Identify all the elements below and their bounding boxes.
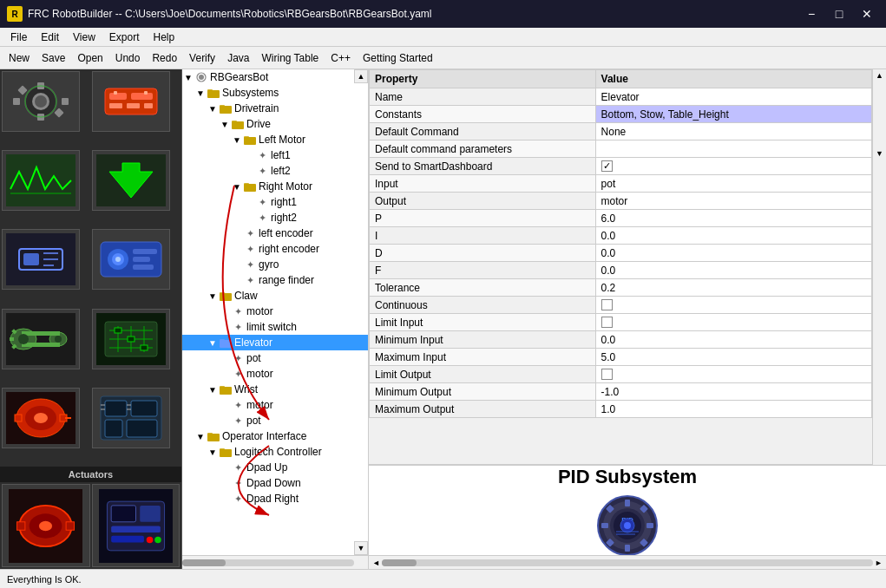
checkbox-empty-13[interactable] bbox=[601, 317, 613, 328]
tree-node-gyro[interactable]: ✦gyro bbox=[182, 257, 368, 272]
tree-toggle-right_motor[interactable]: ▼ bbox=[231, 182, 243, 192]
minimize-button[interactable]: − bbox=[799, 5, 824, 23]
tree-toggle-operator_interface[interactable]: ▼ bbox=[194, 432, 207, 441]
menu-item-view[interactable]: View bbox=[66, 29, 102, 45]
tree-node-dpad_up[interactable]: ✦Dpad Up bbox=[182, 460, 368, 475]
menu-item-file[interactable]: File bbox=[3, 29, 34, 45]
props-value-1[interactable]: Bottom, Stow, Table_Height bbox=[595, 106, 871, 123]
palette-item-gear[interactable] bbox=[2, 71, 80, 132]
tree-node-right2[interactable]: ✦right2 bbox=[182, 210, 368, 225]
checkbox-16[interactable] bbox=[601, 369, 613, 380]
menu-item-edit[interactable]: Edit bbox=[34, 29, 66, 45]
palette-item-sensor-blue[interactable] bbox=[92, 229, 170, 290]
preview-scrollbar-h[interactable]: ◄ ► bbox=[369, 555, 886, 569]
tree-node-left2[interactable]: ✦left2 bbox=[182, 163, 368, 179]
menu-item-export[interactable]: Export bbox=[102, 29, 147, 45]
tree-node-motor_wrist[interactable]: ✦motor bbox=[182, 397, 368, 413]
tree-node-claw[interactable]: ▼Claw bbox=[182, 288, 368, 304]
tree-node-left_encoder[interactable]: ✦left encoder bbox=[182, 225, 368, 241]
tree-node-left_motor[interactable]: ▼Left Motor bbox=[182, 132, 368, 147]
tree-node-logitech[interactable]: ▼Logitech Controller bbox=[182, 444, 368, 460]
tree-node-dpad_down[interactable]: ✦Dpad Down bbox=[182, 475, 368, 491]
palette-item-rect-shape[interactable] bbox=[2, 229, 80, 290]
props-property-3: Default command parameters bbox=[370, 140, 596, 158]
toolbar-btn-redo[interactable]: Redo bbox=[147, 50, 182, 66]
svg-rect-76 bbox=[17, 521, 25, 529]
tree-node-limit_switch[interactable]: ✦limit switch bbox=[182, 319, 368, 335]
tree-node-pot_wrist[interactable]: ✦pot bbox=[182, 413, 368, 428]
tree-node-drive[interactable]: ▼Drive bbox=[182, 116, 368, 132]
palette-item-arrow-down[interactable] bbox=[92, 150, 170, 211]
tree-node-right1[interactable]: ✦right1 bbox=[182, 194, 368, 210]
tree-node-wrist[interactable]: ▼Wrist bbox=[182, 382, 368, 397]
node-icon-folder bbox=[231, 117, 245, 131]
props-right-layout: Property Value NameElevatorConstantsBott… bbox=[369, 69, 886, 465]
tree-scrollbar-h[interactable] bbox=[182, 555, 368, 569]
close-button[interactable]: ✕ bbox=[855, 5, 879, 23]
palette-item-chain[interactable] bbox=[2, 309, 80, 369]
node-icon-folder bbox=[219, 382, 233, 396]
props-value-16[interactable] bbox=[595, 366, 871, 383]
toolbar-btn-getting-started[interactable]: Getting Started bbox=[358, 50, 438, 66]
tree-node-subsystems[interactable]: ▼Subsystems bbox=[182, 85, 368, 101]
tree-toggle-logitech[interactable]: ▼ bbox=[207, 448, 219, 457]
palette-item-encoder[interactable] bbox=[92, 71, 170, 132]
props-property-6: Output bbox=[370, 193, 596, 210]
svg-rect-65 bbox=[131, 401, 157, 416]
tree-node-motor_claw[interactable]: ✦motor bbox=[182, 304, 368, 319]
tree-scroll-up[interactable]: ▲ bbox=[354, 69, 368, 83]
tree-toggle-drivetrain[interactable]: ▼ bbox=[207, 104, 219, 114]
palette-item-circuit-board[interactable] bbox=[92, 388, 170, 448]
checkbox-12[interactable] bbox=[601, 299, 613, 310]
tree-node-elevator[interactable]: ▼Elevator bbox=[182, 335, 368, 350]
toolbar-btn-c++[interactable]: C++ bbox=[325, 50, 356, 66]
tree-scroll-down[interactable]: ▼ bbox=[354, 541, 368, 555]
node-icon-folder bbox=[207, 429, 220, 443]
maximize-button[interactable]: □ bbox=[827, 5, 851, 23]
tree-node-range_finder[interactable]: ✦range finder bbox=[182, 272, 368, 288]
tree-node-left1[interactable]: ✦left1 bbox=[182, 147, 368, 163]
tree-toggle-drive[interactable]: ▼ bbox=[219, 120, 231, 129]
svg-rect-97 bbox=[244, 183, 249, 186]
toolbar-btn-save[interactable]: Save bbox=[36, 50, 70, 66]
toolbar-btn-new[interactable]: New bbox=[3, 50, 35, 66]
tree-node-operator_interface[interactable]: ▼Operator Interface bbox=[182, 428, 368, 444]
props-table-container[interactable]: Property Value NameElevatorConstantsBott… bbox=[369, 69, 872, 465]
props-row-17: Minimum Output-1.0 bbox=[370, 383, 872, 401]
tree-node-pot[interactable]: ✦pot bbox=[182, 350, 368, 366]
tree-label-limit_switch: limit switch bbox=[246, 321, 297, 333]
tree-toggle-rbgearsbot[interactable]: ▼ bbox=[182, 73, 194, 82]
palette-item-motor-red[interactable] bbox=[2, 388, 80, 448]
palette-item-circuit-green[interactable] bbox=[92, 309, 170, 369]
toolbar-btn-open[interactable]: Open bbox=[72, 50, 108, 66]
tree-toggle-wrist[interactable]: ▼ bbox=[207, 385, 219, 395]
checkbox-4[interactable]: ✓ bbox=[601, 160, 613, 172]
tree-node-dpad_right[interactable]: ✦Dpad Right bbox=[182, 491, 368, 506]
props-value-12[interactable] bbox=[595, 297, 871, 314]
tree-node-right_encoder[interactable]: ✦right encoder bbox=[182, 241, 368, 257]
palette-bottom-item-2[interactable] bbox=[92, 484, 180, 567]
tree-toggle-subsystems[interactable]: ▼ bbox=[194, 88, 207, 98]
menu-item-help[interactable]: Help bbox=[147, 29, 182, 45]
palette-bottom-item-1[interactable] bbox=[2, 484, 90, 567]
tree-toggle-elevator[interactable]: ▼ bbox=[207, 338, 219, 348]
preview-scroll-left[interactable]: ◄ bbox=[371, 559, 382, 567]
props-value-13[interactable] bbox=[595, 314, 871, 331]
tree-node-rbgearsbot[interactable]: ▼RBGearsBot bbox=[182, 69, 368, 85]
toolbar-btn-verify[interactable]: Verify bbox=[184, 50, 220, 66]
palette-item-green-wave[interactable] bbox=[2, 150, 80, 211]
tree-toggle-claw[interactable]: ▼ bbox=[207, 291, 219, 301]
props-value-4[interactable]: ✓ bbox=[595, 158, 871, 175]
toolbar-btn-wiring-table[interactable]: Wiring Table bbox=[256, 50, 324, 66]
node-icon-gear: ✦ bbox=[243, 258, 257, 271]
tree-label-elevator: Elevator bbox=[234, 336, 272, 349]
tree-node-motor_elev[interactable]: ✦motor bbox=[182, 366, 368, 382]
preview-scroll-right[interactable]: ► bbox=[873, 559, 884, 567]
toolbar-btn-java[interactable]: Java bbox=[222, 50, 254, 66]
tree-toggle-left_motor[interactable]: ▼ bbox=[231, 135, 243, 145]
toolbar-btn-undo[interactable]: Undo bbox=[110, 50, 146, 66]
tree-node-right_motor[interactable]: ▼Right Motor bbox=[182, 179, 368, 194]
tree-scroll[interactable]: ▲ ▼RBGearsBot▼Subsystems▼Drivetrain▼Driv… bbox=[182, 69, 368, 555]
tree-node-drivetrain[interactable]: ▼Drivetrain bbox=[182, 101, 368, 116]
tree-label-dpad_down: Dpad Down bbox=[246, 477, 301, 489]
